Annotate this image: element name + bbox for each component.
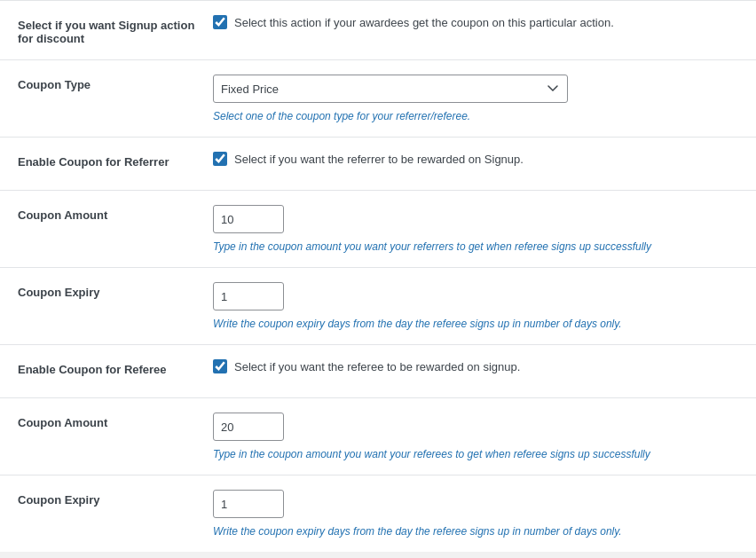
control-row-enable-coupon-referrer: Select if you want the referrer to be re… <box>213 152 738 166</box>
control-col-signup-action: Select this action if your awardees get … <box>213 15 738 29</box>
control-col-coupon-amount-referrer: Type in the coupon amount you want your … <box>213 205 738 253</box>
settings-row-coupon-expiry-referrer: Coupon ExpiryWrite the coupon expiry day… <box>0 268 756 345</box>
settings-row-coupon-amount-referrer: Coupon AmountType in the coupon amount y… <box>0 191 756 268</box>
label-coupon-type: Coupon Type <box>18 75 213 91</box>
hint-coupon-amount-referrer: Type in the coupon amount you want your … <box>213 240 738 253</box>
checkbox-enable-coupon-referrer[interactable] <box>213 152 227 166</box>
settings-row-coupon-expiry-referee: Coupon ExpiryWrite the coupon expiry day… <box>0 475 756 552</box>
input-coupon-amount-referrer[interactable] <box>213 205 284 233</box>
label-signup-action: Select if you want Signup action for dis… <box>18 15 213 45</box>
control-row-enable-coupon-referee: Select if you want the referee to be rew… <box>213 359 738 373</box>
checkbox-label-enable-coupon-referee: Select if you want the referee to be rew… <box>234 360 520 373</box>
control-col-coupon-expiry-referee: Write the coupon expiry days from the da… <box>213 490 738 538</box>
hint-coupon-expiry-referrer: Write the coupon expiry days from the da… <box>213 318 738 330</box>
settings-row-coupon-amount-referee: Coupon AmountType in the coupon amount y… <box>0 398 756 475</box>
input-coupon-amount-referee[interactable] <box>213 413 284 441</box>
control-col-enable-coupon-referee: Select if you want the referee to be rew… <box>213 359 738 373</box>
settings-row-enable-coupon-referee: Enable Coupon for RefereeSelect if you w… <box>0 345 756 398</box>
control-row-signup-action: Select this action if your awardees get … <box>213 15 738 29</box>
checkbox-label-enable-coupon-referrer: Select if you want the referrer to be re… <box>234 153 524 166</box>
settings-table: Select if you want Signup action for dis… <box>0 0 756 552</box>
hint-coupon-expiry-referee: Write the coupon expiry days from the da… <box>213 525 738 538</box>
control-col-enable-coupon-referrer: Select if you want the referrer to be re… <box>213 152 738 166</box>
label-coupon-amount-referrer: Coupon Amount <box>18 205 213 222</box>
input-coupon-expiry-referee[interactable] <box>213 490 284 518</box>
settings-row-signup-action: Select if you want Signup action for dis… <box>0 1 756 60</box>
control-col-coupon-amount-referee: Type in the coupon amount you want your … <box>213 413 738 460</box>
checkbox-label-signup-action: Select this action if your awardees get … <box>234 16 614 29</box>
hint-coupon-amount-referee: Type in the coupon amount you want your … <box>213 448 738 460</box>
label-coupon-expiry-referrer: Coupon Expiry <box>18 282 213 299</box>
label-coupon-amount-referee: Coupon Amount <box>18 413 213 429</box>
settings-row-coupon-type: Coupon TypeFixed PricePercentageSelect o… <box>0 60 756 138</box>
settings-row-enable-coupon-referrer: Enable Coupon for ReferrerSelect if you … <box>0 138 756 191</box>
control-col-coupon-expiry-referrer: Write the coupon expiry days from the da… <box>213 282 738 330</box>
checkbox-enable-coupon-referee[interactable] <box>213 359 227 373</box>
input-coupon-expiry-referrer[interactable] <box>213 282 284 310</box>
control-col-coupon-type: Fixed PricePercentageSelect one of the c… <box>213 75 738 122</box>
label-coupon-expiry-referee: Coupon Expiry <box>18 490 213 507</box>
checkbox-signup-action[interactable] <box>213 15 227 29</box>
label-enable-coupon-referee: Enable Coupon for Referee <box>18 359 213 376</box>
select-coupon-type[interactable]: Fixed PricePercentage <box>213 75 568 103</box>
label-enable-coupon-referrer: Enable Coupon for Referrer <box>18 152 213 169</box>
hint-coupon-type: Select one of the coupon type for your r… <box>213 110 738 122</box>
